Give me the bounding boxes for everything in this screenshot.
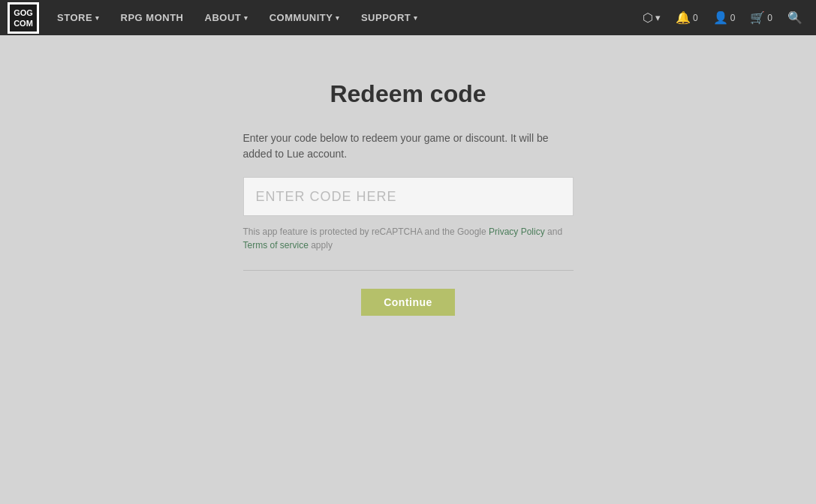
notification-count: 0 <box>693 13 698 23</box>
nav-item-support[interactable]: SUPPORT ▾ <box>351 0 429 35</box>
galaxy-icon-btn[interactable]: ⬡ ▾ <box>637 0 667 35</box>
recaptcha-and: and <box>545 226 562 237</box>
nav-label-rpgmonth: RPG MONTH <box>121 12 184 23</box>
page-title: Redeem code <box>330 80 486 108</box>
user-btn[interactable]: 👤 0 <box>707 0 742 35</box>
chevron-down-icon: ▾ <box>95 14 100 22</box>
terms-of-service-link[interactable]: Terms of service <box>243 240 309 250</box>
bell-icon: 🔔 <box>676 10 691 25</box>
nav-item-about[interactable]: ABOUT ▾ <box>194 0 259 35</box>
user-icon: 👤 <box>713 10 728 25</box>
code-input[interactable] <box>243 177 574 216</box>
recaptcha-after: apply <box>309 240 333 250</box>
redeem-card: Enter your code below to redeem your gam… <box>243 130 574 316</box>
main-content: Redeem code Enter your code below to red… <box>0 35 816 316</box>
notifications-btn[interactable]: 🔔 0 <box>670 0 704 35</box>
chevron-down-icon-community: ▾ <box>336 14 340 22</box>
nav-item-store[interactable]: STORE ▾ <box>47 0 110 35</box>
recaptcha-text-before: This app feature is protected by reCAPTC… <box>243 226 489 237</box>
recaptcha-notice: This app feature is protected by reCAPTC… <box>243 225 574 252</box>
nav-right-icons: ⬡ ▾ 🔔 0 👤 0 🛒 0 🔍 <box>637 0 808 35</box>
logo-text-com: COM <box>14 19 33 28</box>
cart-count: 0 <box>767 13 772 23</box>
nav-label-about: ABOUT <box>205 12 242 23</box>
nav-items: STORE ▾ RPG MONTH ABOUT ▾ COMMUNITY ▾ SU… <box>47 0 637 35</box>
nav-label-support: SUPPORT <box>361 12 411 23</box>
search-btn[interactable]: 🔍 <box>781 0 808 35</box>
search-icon: 🔍 <box>787 10 802 25</box>
chevron-down-icon-support: ▾ <box>414 14 418 22</box>
continue-button[interactable]: Continue <box>361 289 455 316</box>
nav-label-store: STORE <box>57 12 92 23</box>
divider <box>243 270 574 271</box>
nav-item-community[interactable]: COMMUNITY ▾ <box>259 0 351 35</box>
navbar: GOG COM STORE ▾ RPG MONTH ABOUT ▾ COMMUN… <box>0 0 816 35</box>
redeem-description: Enter your code below to redeem your gam… <box>243 130 574 162</box>
privacy-policy-link[interactable]: Privacy Policy <box>489 226 545 237</box>
cart-icon: 🛒 <box>750 10 765 25</box>
logo-text-gog: GOG <box>14 8 33 17</box>
user-count: 0 <box>730 13 736 23</box>
galaxy-icon: ⬡ <box>643 10 653 25</box>
chevron-down-icon-about: ▾ <box>244 14 248 22</box>
cart-btn[interactable]: 🛒 0 <box>744 0 778 35</box>
nav-label-community: COMMUNITY <box>269 12 333 23</box>
logo[interactable]: GOG COM <box>8 2 39 34</box>
galaxy-chevron-icon: ▾ <box>655 12 661 23</box>
nav-item-rpgmonth[interactable]: RPG MONTH <box>110 0 194 35</box>
